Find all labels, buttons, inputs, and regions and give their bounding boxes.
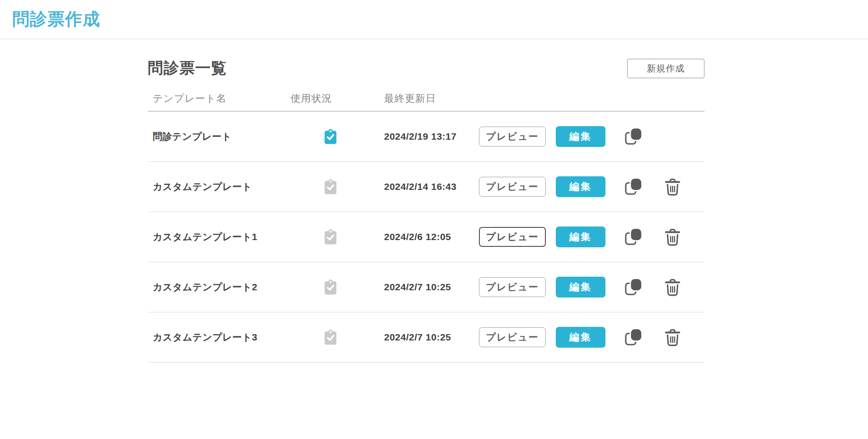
clipboard-check-icon [324,279,337,295]
copy-icon [624,177,644,196]
last-updated: 2024/2/19 13:17 [384,131,456,142]
trash-icon [665,329,680,346]
trash-icon [665,178,680,196]
table-row: カスタムテンプレート1 2024/2/6 12:05 プレビュー 編集 [148,212,704,262]
copy-button[interactable] [624,227,644,246]
app-header: 問診票作成 [0,0,868,39]
new-template-button[interactable]: 新規作成 [627,59,704,78]
template-name: カスタムテンプレート [153,181,252,192]
copy-icon [624,278,644,297]
title-row: 問診票一覧 新規作成 [148,58,704,79]
trash-icon [665,279,680,296]
copy-button[interactable] [624,127,644,146]
preview-button[interactable]: プレビュー [479,227,546,247]
table-row: カスタムテンプレート2 2024/2/7 10:25 プレビュー 編集 [148,262,704,312]
clipboard-check-icon [324,129,337,144]
clipboard-check-icon [324,229,337,245]
table-row: 問診テンプレート 2024/2/19 13:17 プレビュー 編集 [148,112,704,162]
column-header-last-updated: 最終更新日 [366,92,479,105]
template-name: カスタムテンプレート3 [153,332,258,342]
template-name: カスタムテンプレート2 [153,282,258,292]
delete-button[interactable] [665,329,680,346]
table-row: カスタムテンプレート3 2024/2/7 10:25 プレビュー 編集 [148,312,704,363]
copy-icon [624,127,644,146]
edit-button[interactable]: 編集 [556,277,605,297]
copy-button[interactable] [624,278,644,297]
delete-button[interactable] [665,228,680,246]
preview-button[interactable]: プレビュー [479,277,546,297]
template-name: 問診テンプレート [153,131,231,142]
last-updated: 2024/2/7 10:25 [384,282,451,292]
copy-button[interactable] [624,177,644,196]
last-updated: 2024/2/6 12:05 [384,231,451,242]
template-table-body: 問診テンプレート 2024/2/19 13:17 プレビュー 編集 [148,112,704,363]
page-title: 問診票一覧 [148,58,227,79]
edit-button[interactable]: 編集 [556,176,605,197]
column-header-usage-status: 使用状況 [285,92,366,105]
last-updated: 2024/2/7 10:25 [384,332,451,342]
template-name: カスタムテンプレート1 [153,231,258,242]
app-title: 問診票作成 [12,8,100,31]
copy-icon [624,328,644,347]
clipboard-check-icon [324,330,337,345]
edit-button[interactable]: 編集 [556,126,605,147]
preview-button[interactable]: プレビュー [479,127,546,146]
clipboard-check-icon [324,179,337,194]
last-updated: 2024/2/14 16:43 [384,181,456,192]
delete-button[interactable] [665,178,680,196]
table-header-row: テンプレート名 使用状況 最終更新日 [148,86,704,112]
copy-icon [624,227,644,246]
delete-button[interactable] [665,279,680,296]
column-header-template-name: テンプレート名 [148,92,285,105]
content: 問診票一覧 新規作成 テンプレート名 使用状況 最終更新日 問診テンプレート [148,39,704,363]
copy-button[interactable] [624,328,644,347]
edit-button[interactable]: 編集 [556,227,605,247]
table-row: カスタムテンプレート 2024/2/14 16:43 プレビュー 編集 [148,162,704,212]
edit-button[interactable]: 編集 [556,327,605,348]
preview-button[interactable]: プレビュー [479,327,546,347]
trash-icon [665,228,680,246]
template-table: テンプレート名 使用状況 最終更新日 問診テンプレート 2024/2/19 13… [148,86,704,363]
preview-button[interactable]: プレビュー [479,177,546,197]
